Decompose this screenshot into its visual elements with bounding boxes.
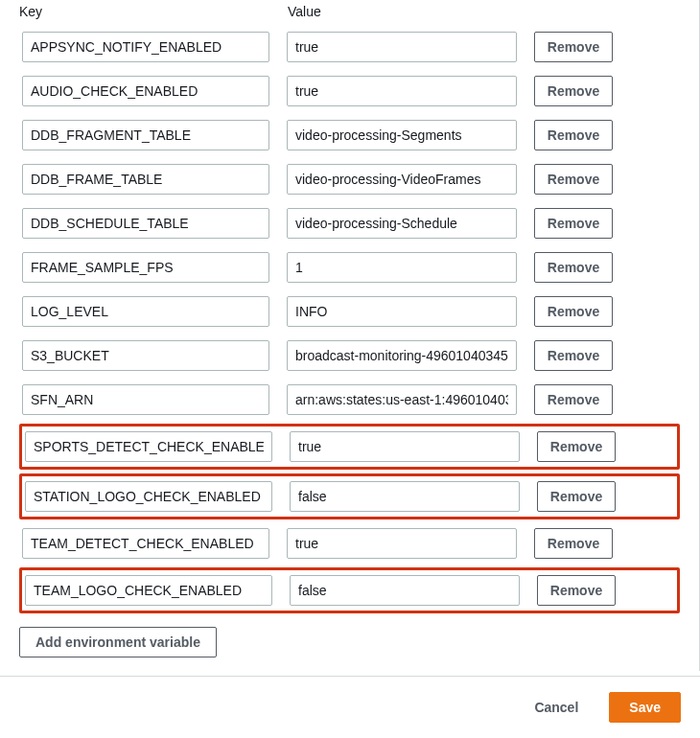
remove-button[interactable]: Remove	[534, 340, 613, 371]
footer-actions: Cancel Save	[0, 676, 700, 738]
remove-button[interactable]: Remove	[537, 481, 616, 512]
env-key-input[interactable]	[22, 32, 269, 62]
env-key-input[interactable]	[22, 528, 269, 559]
column-headers: Key Value	[19, 0, 680, 25]
env-var-row: Remove	[19, 201, 680, 245]
remove-button[interactable]: Remove	[534, 296, 613, 327]
remove-button[interactable]: Remove	[534, 32, 613, 62]
env-value-input[interactable]	[287, 32, 517, 62]
env-var-row: Remove	[19, 521, 680, 565]
env-value-input[interactable]	[287, 252, 517, 283]
env-value-input[interactable]	[287, 164, 517, 195]
env-value-input[interactable]	[290, 575, 520, 606]
env-value-input[interactable]	[287, 296, 517, 327]
env-key-input[interactable]	[25, 431, 272, 462]
env-key-input[interactable]	[22, 120, 269, 150]
env-var-row: Remove	[19, 289, 680, 334]
remove-button[interactable]: Remove	[534, 384, 613, 415]
env-value-input[interactable]	[290, 481, 520, 512]
env-var-row: Remove	[19, 567, 680, 613]
env-var-row: Remove	[19, 113, 680, 157]
env-value-input[interactable]	[287, 208, 517, 239]
env-var-row: Remove	[19, 334, 680, 378]
env-var-row: Remove	[19, 157, 680, 201]
env-var-row: Remove	[19, 245, 680, 289]
cancel-button[interactable]: Cancel	[519, 694, 594, 721]
env-value-input[interactable]	[287, 120, 517, 150]
env-key-input[interactable]	[25, 481, 272, 512]
value-column-header: Value	[288, 4, 518, 19]
env-value-input[interactable]	[287, 384, 517, 415]
env-key-input[interactable]	[22, 208, 269, 239]
env-key-input[interactable]	[22, 252, 269, 283]
remove-button[interactable]: Remove	[534, 528, 613, 559]
env-rows-container: RemoveRemoveRemoveRemoveRemoveRemoveRemo…	[19, 25, 680, 615]
env-var-row: Remove	[19, 424, 680, 470]
remove-button[interactable]: Remove	[534, 76, 613, 106]
key-column-header: Key	[19, 4, 268, 19]
add-env-var-button[interactable]: Add environment variable	[19, 627, 217, 657]
env-variables-panel: Key Value RemoveRemoveRemoveRemoveRemove…	[0, 0, 700, 671]
env-var-row: Remove	[19, 69, 680, 113]
env-value-input[interactable]	[287, 528, 517, 559]
env-value-input[interactable]	[287, 76, 517, 106]
env-key-input[interactable]	[22, 76, 269, 106]
remove-button[interactable]: Remove	[534, 164, 613, 195]
env-value-input[interactable]	[290, 431, 520, 462]
remove-button[interactable]: Remove	[534, 208, 613, 239]
env-key-input[interactable]	[22, 296, 269, 327]
env-key-input[interactable]	[22, 340, 269, 371]
env-key-input[interactable]	[22, 384, 269, 415]
remove-button[interactable]: Remove	[537, 431, 616, 462]
env-value-input[interactable]	[287, 340, 517, 371]
env-key-input[interactable]	[25, 575, 272, 606]
remove-button[interactable]: Remove	[534, 120, 613, 150]
save-button[interactable]: Save	[609, 692, 681, 723]
env-var-row: Remove	[19, 25, 680, 69]
env-var-row: Remove	[19, 378, 680, 422]
remove-button[interactable]: Remove	[534, 252, 613, 283]
env-key-input[interactable]	[22, 164, 269, 195]
remove-button[interactable]: Remove	[537, 575, 616, 606]
env-var-row: Remove	[19, 473, 680, 519]
